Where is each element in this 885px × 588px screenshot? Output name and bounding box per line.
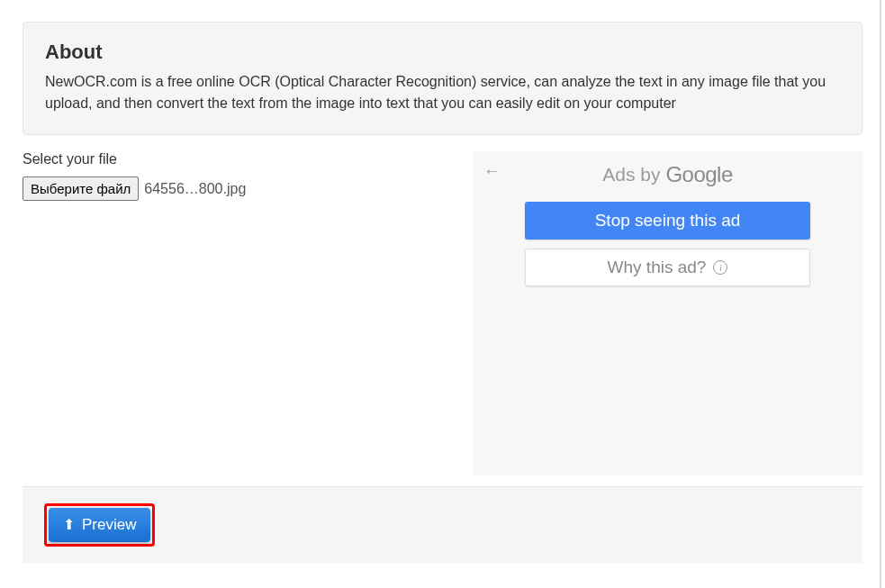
ads-by-text: Ads by <box>602 164 660 185</box>
about-description: NewOCR.com is a free online OCR (Optical… <box>45 71 840 114</box>
why-this-ad-label: Why this ad? <box>608 258 707 277</box>
selected-file-name: 64556…800.jpg <box>144 181 246 197</box>
info-icon: i <box>713 260 727 275</box>
google-logo-text: Google <box>665 162 732 187</box>
preview-button[interactable]: ⬆ Preview <box>49 508 150 542</box>
about-panel: About NewOCR.com is a free online OCR (O… <box>23 22 862 135</box>
preview-highlight-box: ⬆ Preview <box>44 503 155 547</box>
stop-seeing-ad-button[interactable]: Stop seeing this ad <box>525 202 810 240</box>
select-file-label: Select your file <box>23 151 473 167</box>
file-select-section: Select your file Выберите файл 64556…800… <box>23 151 473 475</box>
about-title: About <box>45 41 840 64</box>
preview-label: Preview <box>82 516 136 534</box>
footer-bar: ⬆ Preview <box>23 486 862 563</box>
why-this-ad-button[interactable]: Why this ad? i <box>525 249 810 286</box>
upload-icon: ⬆ <box>63 518 75 532</box>
ad-panel: ← Ads by Google Stop seeing this ad Why … <box>473 151 862 475</box>
back-arrow-icon[interactable]: ← <box>483 162 500 181</box>
right-divider <box>880 0 881 588</box>
choose-file-button[interactable]: Выберите файл <box>23 176 139 201</box>
ads-by-google-label: Ads by Google <box>491 162 844 187</box>
